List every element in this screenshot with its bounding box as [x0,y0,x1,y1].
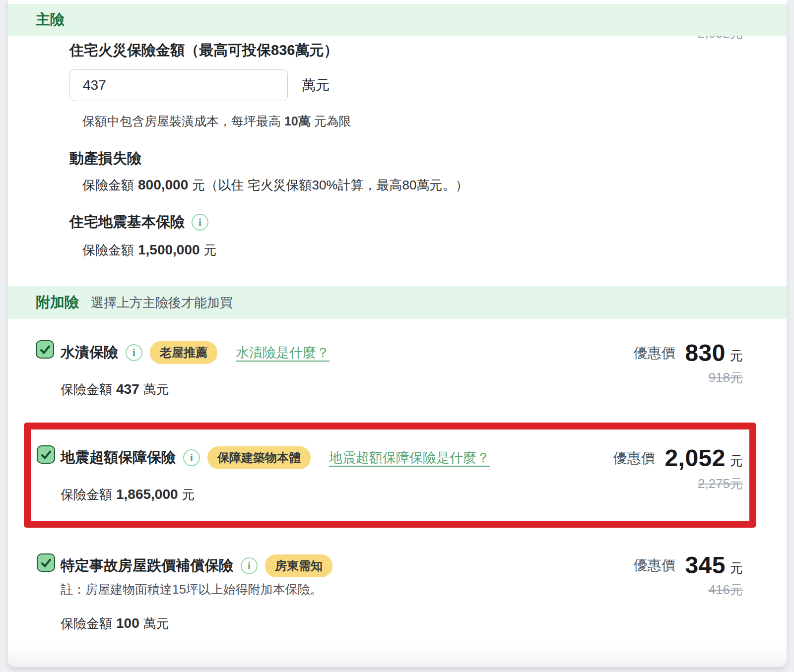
info-icon[interactable]: i [126,344,142,361]
info-icon[interactable]: i [192,214,208,231]
depreciation-badge: 房東需知 [265,554,332,577]
earthquake-basic-title-row: 住宅地震基本保險 i [69,212,208,232]
addon-insurance-header: 附加險 [36,293,79,312]
water-damage-amount: 保險金額437萬元 [61,381,169,398]
depreciation-price: 優惠價 345 元 [633,551,743,579]
earthquake-excess-link[interactable]: 地震超額保障保險是什麼？ [329,449,490,467]
amount-suffix: 元 [182,487,195,502]
insurance-form-card: 2,032元 主險 住宅火災保險金額（最高可投保836萬元） 萬元 保額中包含房… [8,0,787,667]
water-damage-checkbox[interactable] [36,340,54,359]
amount-suffix: 萬元 [143,616,169,631]
price-value: 830 [685,339,726,367]
fire-insurance-title: 住宅火災保險金額（最高可投保836萬元） [69,41,338,61]
earthquake-basic-amount: 保險金額1,500,000元 [82,242,217,259]
amount-suffix: 萬元 [143,382,169,397]
helper-suffix: 元為限 [311,114,351,128]
depreciation-old-price: 416元 [709,581,743,599]
addon-insurance-subheader: 選擇上方主險後才能加買 [91,294,233,311]
water-damage-title: 水漬保險 [61,343,118,363]
water-damage-price: 優惠價 830 元 [633,339,743,367]
depreciation-checkbox[interactable] [37,553,55,572]
depreciation-note: 註：房屋建物面積達15坪以上始得附加本保險。 [61,581,323,598]
helper-bold: 10萬 [284,114,311,128]
price-label: 優惠價 [613,449,655,468]
amount-label: 保險金額 [61,487,112,502]
checkmark-icon [39,344,51,356]
fire-amount-unit: 萬元 [302,69,330,101]
earthquake-excess-old-price: 2,275元 [698,475,743,492]
fire-amount-helper: 保額中包含房屋裝潢成本，每坪最高 10萬 元為限 [82,113,351,129]
main-insurance-header-bar: 主險 [8,4,787,36]
amount-label: 保險金額 [82,178,134,192]
amount-value: 100 [116,615,139,631]
water-damage-old-price: 918元 [709,369,743,386]
checkmark-icon [40,557,52,569]
movable-loss-title: 動產損失險 [69,149,141,169]
highlight-annotation [24,423,756,528]
earthquake-excess-amount: 保險金額1,865,000元 [61,486,195,503]
amount-suffix: 元 [204,243,217,257]
amount-label: 保險金額 [61,616,112,631]
info-icon[interactable]: i [183,449,200,466]
amount-value: 800,000 [138,177,188,192]
price-unit: 元 [730,347,743,365]
amount-value: 437 [116,381,139,397]
earthquake-excess-price: 優惠價 2,052 元 [613,444,743,472]
price-unit: 元 [730,559,743,577]
price-value: 2,052 [664,444,726,472]
movable-loss-amount: 保險金額800,000元（以住 宅火災保額30%計算，最高80萬元。） [82,177,468,194]
addon-insurance-header-bar: 附加險 選擇上方主險後才能加買 [8,286,787,319]
price-unit: 元 [730,452,743,470]
water-damage-badge: 老屋推薦 [150,341,217,364]
amount-suffix: 元（以住 宅火災保額30%計算，最高80萬元。） [192,178,468,192]
depreciation-amount: 保險金額100萬元 [61,615,169,632]
earthquake-excess-title: 地震超額保障保險 [61,448,176,468]
amount-label: 保險金額 [61,382,112,397]
amount-label: 保險金額 [82,243,134,257]
price-label: 優惠價 [633,344,675,363]
checkmark-icon [40,449,52,461]
price-label: 優惠價 [633,556,675,575]
earthquake-excess-checkbox[interactable] [37,445,55,464]
depreciation-title-row: 特定事故房屋跌價補償保險 i 房東需知 [61,554,332,577]
earthquake-basic-title: 住宅地震基本保險 [69,212,185,232]
earthquake-excess-title-row: 地震超額保障保險 i 保障建築物本體 地震超額保障保險是什麼？ [61,446,490,469]
amount-value: 1,500,000 [138,242,200,257]
amount-value: 1,865,000 [116,487,178,502]
earthquake-excess-badge: 保障建築物本體 [207,446,311,469]
water-damage-title-row: 水漬保險 i 老屋推薦 水漬險是什麼？ [61,341,330,364]
fire-amount-input[interactable] [69,69,288,101]
main-insurance-header: 主險 [36,10,65,30]
depreciation-title: 特定事故房屋跌價補償保險 [61,556,233,576]
helper-prefix: 保額中包含房屋裝潢成本，每坪最高 [82,114,284,128]
info-icon[interactable]: i [241,557,258,574]
water-damage-link[interactable]: 水漬險是什麼？ [236,344,330,362]
price-value: 345 [685,551,726,579]
